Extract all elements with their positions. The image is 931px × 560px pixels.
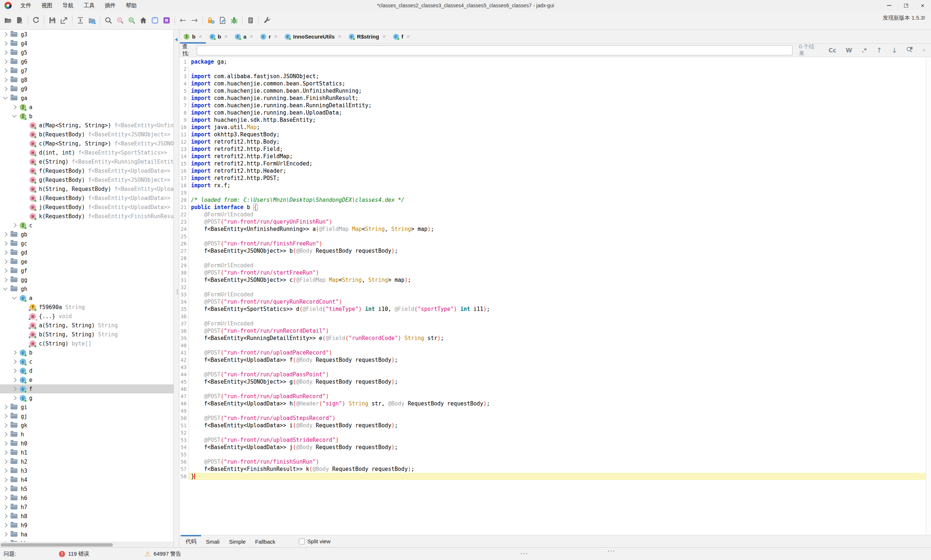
chevron-right-icon[interactable] (3, 414, 8, 418)
chevron-right-icon[interactable] (3, 405, 8, 409)
minimize-button[interactable] (881, 0, 897, 11)
tree-item-hStringRequestBody[interactable]: mh(String, RequestBody)f<BaseEntity<Uplo… (0, 185, 174, 194)
chevron-right-icon[interactable] (3, 432, 8, 437)
chevron-right-icon[interactable] (3, 523, 8, 528)
editor-tab-InnoSecureUtils[interactable]: cInnoSecureUtils× (281, 30, 345, 43)
tree-item-cMapStringString[interactable]: mc(Map<String, String>)f<BaseEntity<JSON… (0, 139, 174, 148)
line-number[interactable]: 3 (179, 73, 189, 80)
chevron-right-icon[interactable] (3, 514, 8, 518)
preferences-button[interactable] (205, 15, 217, 26)
view-tab-Simple[interactable]: Simple (225, 535, 251, 548)
line-number[interactable]: 7 (179, 102, 189, 109)
tab-close-icon[interactable]: × (406, 34, 410, 40)
line-number[interactable]: 21 (179, 204, 189, 211)
tree-item-aStringString[interactable]: ma(String, String)String (0, 321, 174, 330)
line-number[interactable]: 35 (179, 305, 189, 313)
split-view-checkbox[interactable] (299, 538, 305, 545)
tree-item-gd[interactable]: gd (0, 248, 174, 257)
sync-with-editor-button[interactable] (86, 15, 98, 26)
line-number[interactable]: 54 (179, 444, 189, 451)
back-button[interactable]: ← (177, 15, 189, 26)
maximize-button[interactable] (897, 0, 914, 11)
tree-item-gc[interactable]: gc (0, 239, 174, 248)
chevron-right-icon[interactable] (3, 505, 8, 509)
chevron-right-icon[interactable] (3, 441, 8, 446)
line-number[interactable]: 26 (179, 240, 189, 247)
line-number[interactable]: 47 (179, 393, 189, 400)
line-number[interactable]: 16 (179, 167, 189, 175)
line-number[interactable]: 15 (179, 160, 189, 167)
line-number[interactable]: 42 (179, 356, 189, 364)
tree-item-kRequestBody[interactable]: mk(RequestBody)f<BaseEntity<FinishRunRes… (0, 212, 174, 221)
tree-item-eString[interactable]: me(String)f<BaseEntity<RunningDetailEnti… (0, 157, 174, 166)
report-button[interactable] (245, 15, 256, 26)
tree-item-f59690a[interactable]: ff59690aString (0, 303, 174, 312)
line-number[interactable]: 39 (179, 335, 189, 342)
search-prev-button[interactable]: ↑ (876, 46, 882, 54)
line-number[interactable]: 8 (179, 109, 189, 116)
tree-item-h1[interactable]: h1 (0, 448, 174, 457)
line-number[interactable]: 24 (179, 225, 189, 233)
chevron-right-icon[interactable] (3, 532, 8, 537)
line-number[interactable]: 1 (179, 58, 189, 65)
tree-horizontal-scrollbar[interactable] (0, 542, 174, 547)
line-number[interactable]: 9 (179, 116, 189, 124)
tree-item-h2[interactable]: h2 (0, 457, 174, 466)
line-number[interactable]: 58 (179, 473, 189, 480)
tab-close-icon[interactable]: × (382, 34, 385, 40)
menu-item-5[interactable]: 帮助 (121, 0, 142, 11)
line-number[interactable]: 14 (179, 153, 189, 160)
editor-tab-a[interactable]: ca× (231, 30, 257, 43)
tree-item-h5[interactable]: h5 (0, 485, 174, 494)
wrench-button[interactable] (261, 15, 273, 26)
search-input[interactable] (197, 45, 792, 55)
tree-item-gg[interactable]: gg (0, 275, 174, 285)
tree-item-b[interactable]: Ib (0, 112, 174, 121)
chevron-right-icon[interactable] (3, 495, 8, 500)
line-number[interactable]: 48 (179, 400, 189, 407)
close-button[interactable]: × (914, 0, 931, 11)
tree-item-g7[interactable]: g7 (0, 66, 174, 75)
chevron-right-icon[interactable] (3, 486, 8, 491)
chevron-right-icon[interactable] (12, 368, 17, 373)
editor-vertical-scrollbar[interactable] (926, 57, 931, 535)
update-notice-link[interactable]: 发现新版本 1.5.3! (883, 15, 925, 22)
chevron-right-icon[interactable] (12, 359, 17, 364)
line-number[interactable]: 37 (179, 320, 189, 327)
line-number[interactable]: 20 (179, 196, 189, 204)
tab-close-icon[interactable]: × (250, 34, 253, 40)
search-close-icon[interactable]: × (922, 46, 926, 54)
chevron-right-icon[interactable] (3, 241, 8, 246)
chevron-right-icon[interactable] (3, 41, 8, 46)
search-in-code-icon[interactable] (906, 46, 913, 55)
tree-item-ge[interactable]: ge (0, 257, 174, 266)
tree-item-ga[interactable]: ga (0, 94, 174, 103)
chevron-right-icon[interactable] (3, 250, 8, 255)
chevron-right-icon[interactable] (3, 32, 8, 37)
line-number[interactable]: 44 (179, 371, 189, 378)
code-editor[interactable]: 1package ga;23import com.alibaba.fastjso… (179, 57, 931, 535)
tree-item-jRequestBody[interactable]: mj(RequestBody)f<BaseEntity<UploadData>> (0, 203, 174, 212)
line-number[interactable]: 4 (179, 80, 189, 87)
line-number[interactable]: 30 (179, 269, 189, 276)
line-number[interactable]: 56 (179, 458, 189, 465)
match-case-toggle[interactable]: Cc (828, 47, 836, 54)
tree-item-gf[interactable]: gf (0, 266, 174, 275)
export-button[interactable] (58, 15, 70, 26)
view-tab-代码[interactable]: 代码 (181, 535, 201, 548)
tree-item-g8[interactable]: g8 (0, 75, 174, 85)
line-number[interactable]: 25 (179, 233, 189, 240)
line-number[interactable]: 10 (179, 124, 189, 131)
class-search-button[interactable] (126, 15, 137, 26)
editor-tab-R$string[interactable]: cR$string× (345, 30, 389, 43)
menu-item-1[interactable]: 视图 (36, 0, 57, 11)
chevron-right-icon[interactable] (3, 259, 8, 264)
tree-item-cString[interactable]: mc(String)byte[] (0, 339, 174, 348)
line-number[interactable]: 36 (179, 313, 189, 320)
tree-item-g6[interactable]: g6 (0, 57, 174, 66)
line-number[interactable]: 2 (179, 65, 189, 73)
menu-item-0[interactable]: 文件 (15, 0, 36, 11)
save-all-button[interactable] (46, 15, 58, 26)
editor-tab-b[interactable]: Ib× (180, 30, 206, 43)
tree-item-c[interactable]: cc (0, 357, 174, 366)
